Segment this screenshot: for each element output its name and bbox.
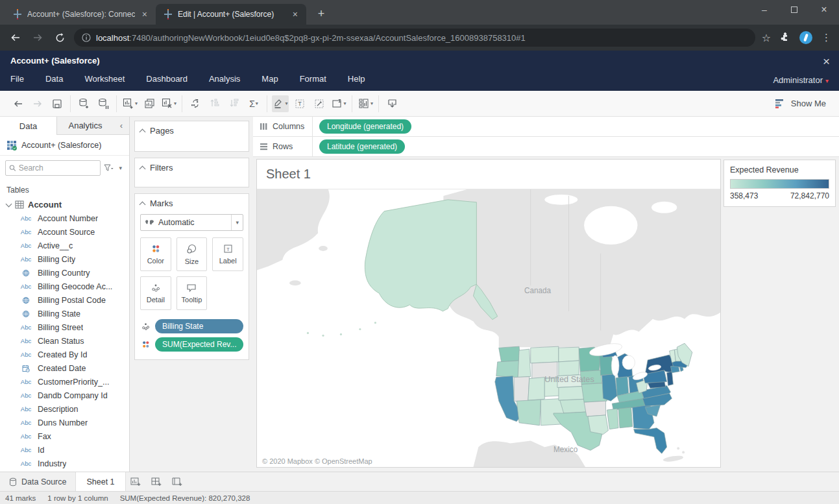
swap-rows-columns-icon[interactable] [187, 95, 204, 112]
new-story-tab-icon[interactable] [167, 472, 188, 491]
menu-map[interactable]: Map [261, 71, 278, 86]
close-window-icon[interactable]: × [809, 0, 839, 19]
clear-sheet-icon[interactable]: ▾ [160, 95, 177, 112]
field-billing-city[interactable]: AbcBilling City [0, 252, 129, 266]
datasource-row[interactable]: Account+ (Salesforce) [0, 135, 129, 156]
detail-button[interactable]: Detail [140, 276, 171, 310]
field-dandb-company-id[interactable]: AbcDandb Company Id [0, 389, 129, 402]
new-worksheet-icon[interactable]: ▾ [121, 95, 138, 112]
state-UT[interactable] [528, 378, 545, 401]
show-me-button[interactable]: Show Me [775, 99, 834, 108]
search-input[interactable] [19, 163, 97, 173]
field-billing-country[interactable]: Billing Country [0, 266, 129, 280]
collapse-card-icon[interactable] [140, 128, 146, 135]
field-created-date[interactable]: Created Date [0, 361, 129, 375]
field-billing-street[interactable]: AbcBilling Street [0, 320, 129, 334]
field-created-by-id[interactable]: AbcCreated By Id [0, 348, 129, 361]
choropleth-map[interactable]: Canada United States Mexico [257, 189, 720, 467]
state-LA[interactable] [588, 415, 608, 435]
collapse-card-icon[interactable] [140, 201, 146, 208]
sheet1-tab[interactable]: Sheet 1 [76, 472, 125, 491]
extensions-puzzle-icon[interactable] [780, 32, 790, 43]
menu-analysis[interactable]: Analysis [209, 71, 240, 86]
pill-longitude[interactable]: Longitude (generated) [319, 119, 411, 134]
rows-shelf[interactable]: Rows Latitude (generated) [253, 137, 839, 157]
browser-tab-datasource[interactable]: Account+ (Salesforce): Connectio × [5, 4, 156, 25]
size-button[interactable]: Size [176, 237, 208, 271]
collapse-card-icon[interactable] [140, 165, 146, 172]
map-view[interactable]: Canada United States Mexico © 2020 Mapbo… [257, 189, 720, 467]
new-worksheet-tab-icon[interactable] [126, 472, 147, 491]
field-id[interactable]: AbcId [0, 443, 129, 457]
expand-chevron-icon[interactable] [6, 200, 12, 207]
new-dashboard-tab-icon[interactable] [147, 472, 167, 491]
forward-icon[interactable] [30, 30, 45, 45]
pane-options-caret-icon[interactable]: ▾ [117, 165, 124, 171]
pill-latitude[interactable]: Latitude (generated) [319, 139, 405, 154]
menu-data[interactable]: Data [45, 71, 63, 86]
state-NV[interactable] [514, 377, 529, 403]
new-datasource-icon[interactable] [75, 95, 92, 112]
totals-icon[interactable]: Σ▾ [245, 95, 262, 112]
state-AR[interactable] [584, 401, 605, 416]
tooltip-button[interactable]: Tooltip [176, 276, 208, 310]
pages-card[interactable]: Pages [134, 121, 249, 152]
pause-auto-updates-icon[interactable] [95, 95, 112, 112]
mark-labels-icon[interactable]: T [291, 95, 308, 112]
browser-tab-edit[interactable]: Edit | Account+ (Salesforce) × [156, 4, 306, 25]
redo-icon[interactable] [29, 95, 46, 112]
filters-card[interactable]: Filters [134, 158, 249, 187]
tab-analytics[interactable]: Analytics [57, 117, 114, 135]
state-WA[interactable] [499, 346, 520, 362]
field-customer-priority[interactable]: AbcCustomerPriority_... [0, 375, 129, 389]
state-OK[interactable] [560, 399, 587, 413]
table-account[interactable]: Account [0, 198, 129, 211]
tab-close-icon[interactable]: × [291, 9, 300, 19]
page-info-icon[interactable] [82, 33, 91, 42]
state-KS[interactable] [559, 386, 584, 400]
back-icon[interactable] [8, 30, 23, 45]
maximize-icon[interactable] [779, 0, 809, 19]
state-AK[interactable] [365, 200, 476, 311]
field-clean-status[interactable]: AbcClean Status [0, 334, 129, 348]
minimize-icon[interactable]: – [749, 0, 779, 19]
color-legend[interactable]: Expected Revenue 358,473 72,842,770 [723, 160, 836, 207]
save-icon[interactable] [49, 95, 66, 112]
duplicate-sheet-icon[interactable] [141, 95, 158, 112]
state-OR[interactable] [496, 361, 519, 378]
sort-descending-icon[interactable] [226, 95, 243, 112]
color-button[interactable]: Color [140, 237, 171, 271]
state-NJ[interactable] [667, 372, 674, 386]
menu-dashboard[interactable]: Dashboard [146, 71, 188, 86]
field-billing-postal-code[interactable]: Billing Postal Code [0, 293, 129, 307]
presentation-mode-icon[interactable] [383, 95, 400, 112]
field-account-number[interactable]: AbcAccount Number [0, 211, 129, 225]
reload-icon[interactable] [52, 30, 67, 45]
state-ND[interactable] [559, 347, 579, 362]
field-description[interactable]: AbcDescription [0, 402, 129, 416]
user-menu[interactable]: Administrator▾ [773, 75, 829, 85]
menu-help[interactable]: Help [348, 71, 365, 86]
field-active-c[interactable]: AbcActive__c [0, 239, 129, 252]
label-button[interactable]: T Label [212, 237, 243, 271]
field-fax[interactable]: AbcFax [0, 429, 129, 443]
filter-fields-icon[interactable] [104, 164, 114, 172]
columns-shelf[interactable]: Columns Longitude (generated) [253, 117, 839, 137]
state-AL[interactable] [618, 407, 633, 428]
state-IN[interactable] [616, 377, 629, 396]
state-ID[interactable] [518, 349, 531, 377]
collapse-pane-icon[interactable]: ‹ [114, 117, 129, 135]
state-MT[interactable] [531, 346, 559, 363]
legend-gradient-bar[interactable] [730, 179, 829, 189]
pill-billing-state[interactable]: Billing State [155, 319, 243, 333]
state-IL[interactable] [602, 374, 618, 402]
tab-close-icon[interactable]: × [140, 9, 149, 19]
pill-sum-expected-revenue[interactable]: SUM(Expected Rev... [155, 337, 243, 352]
tab-data[interactable]: Data [0, 117, 57, 135]
fix-axes-icon[interactable] [311, 95, 328, 112]
menu-format[interactable]: Format [300, 71, 326, 86]
fit-selector-icon[interactable]: ▾ [330, 95, 347, 112]
show-hide-cards-icon[interactable]: ▾ [357, 95, 374, 112]
state-AZ[interactable] [517, 400, 541, 426]
field-billing-state[interactable]: Billing State [0, 307, 129, 320]
